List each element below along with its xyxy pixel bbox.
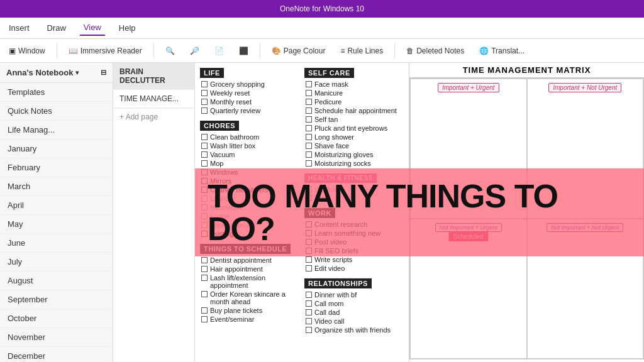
checkbox[interactable] [201,90,208,96]
toolbar-zoom-out[interactable]: 🔍 [162,44,179,58]
list-item: Hair appointment [200,265,299,273]
checkbox[interactable] [201,291,208,297]
toolbar-rule-lines[interactable]: ≡ Rule Lines [336,44,387,58]
menu-insert[interactable]: Insert [5,21,33,35]
toolbar-separator-3 [260,43,260,58]
list-item: Shave face [304,142,404,150]
checkbox[interactable] [306,292,312,298]
checkbox[interactable] [306,143,312,149]
list-item: Buy plane tickets [200,307,299,314]
checkbox[interactable] [306,116,312,123]
nav-item-november[interactable]: November [0,328,113,347]
list-item: Pluck and tint eyebrows [304,124,404,132]
cell-label-2: Important + Not Urgent [548,83,621,92]
checkbox[interactable] [306,300,312,307]
nav-item-february[interactable]: February [0,158,113,177]
toolbar-separator-4 [394,43,395,58]
overlay-banner: TOO MANY THINGS TO DO? [195,168,644,256]
list-item: Monthly reset [200,98,299,106]
list-item: Lash lift/extension appointment [200,274,299,289]
menu-help[interactable]: Help [115,21,140,35]
rule-lines-icon: ≡ [340,47,345,55]
nav-item-june[interactable]: June [0,234,113,253]
list-item: Video call [304,317,404,325]
checkbox[interactable] [201,151,208,158]
overlay-text-content: TOO MANY THINGS TO DO? [208,180,631,245]
page-view-icon: 📄 [214,47,224,55]
list-item: Order Korean skincare a month ahead [200,290,299,305]
checkbox[interactable] [306,125,312,131]
nav-item-april[interactable]: April [0,196,113,215]
immersive-reader-icon: 📖 [69,47,78,55]
checkbox[interactable] [201,143,208,149]
section-title-life: LIFE [200,68,224,78]
nav-item-quick-notes[interactable]: Quick Notes [0,102,113,121]
list-item: Write scripts [304,256,404,263]
nav-item-september[interactable]: September [0,290,113,309]
nav-item-may[interactable]: May [0,215,113,234]
checkbox[interactable] [306,327,312,333]
checkbox[interactable] [306,160,312,167]
checkbox[interactable] [306,309,312,315]
checkbox[interactable] [306,318,312,324]
toolbar-immersive-reader[interactable]: 📖 Immersive Reader [65,44,146,58]
checkbox[interactable] [201,134,208,140]
menu-draw[interactable]: Draw [43,21,70,35]
nav-item-life-manag[interactable]: Life Manag... [0,121,113,140]
list-item: Organize sth with friends [304,326,404,334]
list-item: Mop [200,160,299,167]
page-list: BRAIN DECLUTTER TIME MANAGE... + Add pag… [113,63,195,362]
section-title-chores: CHORES [200,121,239,131]
checkbox[interactable] [306,256,312,263]
checkbox[interactable] [201,107,208,114]
checkbox[interactable] [306,151,312,158]
checkbox[interactable] [201,81,208,87]
checkbox[interactable] [201,275,208,281]
zoom-in-icon: 🔎 [190,47,199,55]
toolbar-full-page[interactable]: ⬛ [235,44,252,58]
checkbox[interactable] [306,265,312,272]
section-title-relationships: RELATIONSHIPS [304,278,372,288]
toolbar-translate[interactable]: 🌐 Translat... [475,44,528,58]
checkbox[interactable] [306,134,312,140]
checkbox[interactable] [306,107,312,114]
checkbox[interactable] [201,307,208,314]
checkbox[interactable] [201,266,208,272]
toolbar-zoom-in[interactable]: 🔎 [186,44,203,58]
list-item: Vacuum [200,151,299,158]
nav-item-july[interactable]: July [0,253,113,272]
nav-item-october[interactable]: October [0,309,113,328]
checkbox[interactable] [306,99,312,105]
deleted-notes-icon: 🗑 [406,47,414,55]
menu-view[interactable]: View [80,20,105,36]
nav-item-august[interactable]: August [0,272,113,290]
notebook-name: Anna's Notebook [6,68,73,77]
checkbox[interactable] [201,257,208,263]
toolbar-page-colour[interactable]: 🎨 Page Colour [268,44,330,58]
list-item: Self tan [304,116,404,123]
list-item: Long shower [304,133,404,141]
toolbar-page-view[interactable]: 📄 [211,44,228,58]
toolbar-deleted-notes[interactable]: 🗑 Deleted Notes [402,44,468,58]
list-item: Call dad [304,309,404,316]
notebook-header[interactable]: Anna's Notebook ▾ ⊟ [0,63,113,83]
main-area: Anna's Notebook ▾ ⊟ Templates Quick Note… [0,63,644,362]
nav-item-january[interactable]: January [0,140,113,158]
page-item-time-management[interactable]: TIME MANAGE... [113,90,194,108]
checkbox[interactable] [201,316,208,322]
menubar: Insert Draw View Help [0,18,644,39]
checkbox[interactable] [201,160,208,167]
nav-item-december[interactable]: December [0,347,113,362]
page-item-brain-declutter[interactable]: BRAIN DECLUTTER [113,63,194,90]
checkbox[interactable] [201,99,208,105]
add-page-button[interactable]: + Add page [113,108,194,125]
checkbox[interactable] [306,81,312,87]
list-item: Moisturizing socks [304,160,404,167]
checkbox[interactable] [306,90,312,96]
nav-item-march[interactable]: March [0,177,113,196]
zoom-out-icon: 🔍 [165,47,175,55]
page-colour-icon: 🎨 [272,47,281,55]
toolbar-window[interactable]: ▣ Window [5,44,49,58]
toolbar-separator [57,43,57,58]
nav-item-templates[interactable]: Templates [0,83,113,102]
